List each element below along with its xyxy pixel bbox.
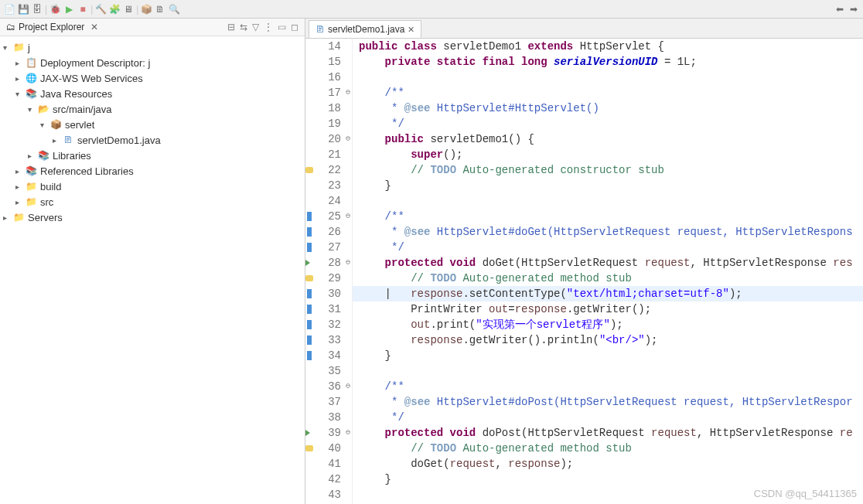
tree-label: Libraries (53, 150, 91, 162)
tb-saveall-icon[interactable]: 🗄 (31, 3, 43, 15)
editor-tab-title: servletDemo1.java (328, 24, 404, 35)
main-area: 🗂 Project Explorer ✕ ⊟ ⇆ ▽ ⋮ ▭ ◻ ▾📁j▸📋De… (0, 19, 863, 504)
tree-label: Java Resources (40, 88, 112, 100)
pkg-icon: 📦 (49, 118, 62, 131)
tree-label: servletDemo1.java (77, 135, 161, 146)
tree-arrow-icon[interactable]: ▸ (28, 152, 37, 160)
javares-icon: 📚 (25, 87, 37, 100)
tree-arrow-icon[interactable]: ▾ (28, 105, 37, 114)
java-file-icon: 🖹 (316, 24, 325, 35)
tree-node[interactable]: ▸📋Deployment Descriptor: j (0, 55, 305, 70)
tree-arrow-icon[interactable]: ▸ (15, 167, 25, 175)
tree-arrow-icon[interactable]: ▸ (3, 213, 12, 222)
desc-icon: 📋 (25, 56, 37, 69)
watermark: CSDN @qq_54411365 (754, 488, 857, 499)
tree-node[interactable]: ▾📚Java Resources (0, 86, 305, 101)
minimize-icon[interactable]: ▭ (278, 22, 286, 32)
tb-ext-icon[interactable]: 🧩 (108, 3, 121, 15)
tree-label: servlet (65, 119, 94, 131)
tree-arrow-icon[interactable]: ▸ (15, 182, 25, 191)
tree-arrow-icon[interactable]: ▾ (3, 43, 12, 52)
view-menu-icon[interactable]: ⋮ (264, 22, 273, 32)
tree-label: build (40, 181, 61, 192)
tree-label: JAX-WS Web Services (40, 73, 143, 84)
project-explorer-panel: 🗂 Project Explorer ✕ ⊟ ⇆ ▽ ⋮ ▭ ◻ ▾📁j▸📋De… (0, 19, 305, 504)
tb-build-icon[interactable]: 🔨 (94, 3, 107, 15)
close-icon[interactable]: ✕ (90, 22, 98, 32)
proj-icon: 📁 (12, 41, 25, 53)
lib-icon: 📚 (37, 149, 49, 162)
close-icon[interactable]: ✕ (408, 25, 414, 35)
tree-label: Servers (28, 212, 63, 223)
tree-node[interactable]: ▸📚Referenced Libraries (0, 163, 305, 179)
tree-node[interactable]: ▸🌐JAX-WS Web Services (0, 70, 305, 86)
tb-new-class-icon[interactable]: 🗎 (154, 3, 166, 15)
tree-node[interactable]: ▾📦servlet (0, 117, 305, 132)
folder-icon: 📁 (25, 196, 37, 208)
tree-node[interactable]: ▸📁build (0, 179, 305, 194)
editor-body[interactable]: 14151617⊖181920⊖2122232425⊖262728⊖293031… (305, 39, 863, 504)
tb-run-icon[interactable]: ▶ (63, 3, 75, 15)
line-gutter: 14151617⊖181920⊖2122232425⊖262728⊖293031… (316, 39, 353, 504)
tree-arrow-icon[interactable]: ▾ (40, 121, 49, 129)
tb-save-icon[interactable]: 💾 (17, 3, 29, 15)
tb-back-icon[interactable]: ⬅ (834, 3, 846, 15)
filter-icon[interactable]: ▽ (252, 22, 259, 32)
jax-icon: 🌐 (25, 72, 37, 84)
main-toolbar: 📄 💾 🗄 | 🐞 ▶ ■ | 🔨 🧩 🖥 | 📦 🗎 🔍 ⬅ ➡ (0, 0, 863, 19)
link-editor-icon[interactable]: ⇆ (240, 22, 247, 32)
collapse-all-icon[interactable]: ⊟ (227, 22, 235, 32)
explorer-icon: 🗂 (6, 22, 15, 32)
tree-arrow-icon[interactable]: ▸ (15, 59, 25, 67)
tb-server-icon[interactable]: 🖥 (122, 3, 135, 15)
tb-new-pkg-icon[interactable]: 📦 (140, 3, 152, 15)
srcfolder-icon: 📂 (37, 103, 49, 115)
tree-node[interactable]: ▸📁Servers (0, 209, 305, 225)
tree-node[interactable]: ▾📁j (0, 39, 305, 55)
tree-label: Deployment Descriptor: j (40, 57, 150, 69)
folder-icon: 📁 (25, 180, 37, 192)
tree-node[interactable]: ▸📁src (0, 194, 305, 209)
editor-panel: 🖹 servletDemo1.java ✕ 14151617⊖181920⊖21… (305, 19, 863, 504)
editor-tab[interactable]: 🖹 servletDemo1.java ✕ (309, 20, 421, 38)
tree-node[interactable]: ▸📚Libraries (0, 148, 305, 163)
lib-icon: 📚 (25, 165, 37, 177)
tb-new-icon[interactable]: 📄 (3, 3, 15, 15)
tree-node[interactable]: ▾📂src/main/java (0, 101, 305, 117)
tree-arrow-icon[interactable]: ▸ (15, 198, 25, 206)
project-tree[interactable]: ▾📁j▸📋Deployment Descriptor: j▸🌐JAX-WS We… (0, 36, 305, 504)
code-area[interactable]: public class servletDemo1 extends HttpSe… (353, 39, 863, 504)
tb-stop-icon[interactable]: ■ (77, 3, 89, 15)
editor-tabs: 🖹 servletDemo1.java ✕ (305, 19, 863, 39)
explorer-title: Project Explorer (19, 22, 84, 32)
tree-label: src (40, 196, 53, 208)
tree-arrow-icon[interactable]: ▾ (15, 90, 25, 98)
tree-label: j (28, 42, 30, 53)
tb-debug-icon[interactable]: 🐞 (49, 3, 61, 15)
tree-arrow-icon[interactable]: ▸ (53, 136, 62, 145)
tree-label: src/main/java (53, 104, 112, 115)
tree-arrow-icon[interactable]: ▸ (15, 74, 25, 83)
folder-icon: 📁 (12, 211, 25, 223)
marker-bar (305, 39, 316, 504)
explorer-header: 🗂 Project Explorer ✕ ⊟ ⇆ ▽ ⋮ ▭ ◻ (0, 19, 305, 36)
tree-label: Referenced Libraries (40, 165, 134, 177)
tb-fwd-icon[interactable]: ➡ (848, 3, 860, 15)
java-icon: 🖹 (62, 134, 74, 146)
tb-search-icon[interactable]: 🔍 (168, 3, 180, 15)
maximize-icon[interactable]: ◻ (291, 22, 298, 32)
tree-node[interactable]: ▸🖹servletDemo1.java (0, 132, 305, 148)
